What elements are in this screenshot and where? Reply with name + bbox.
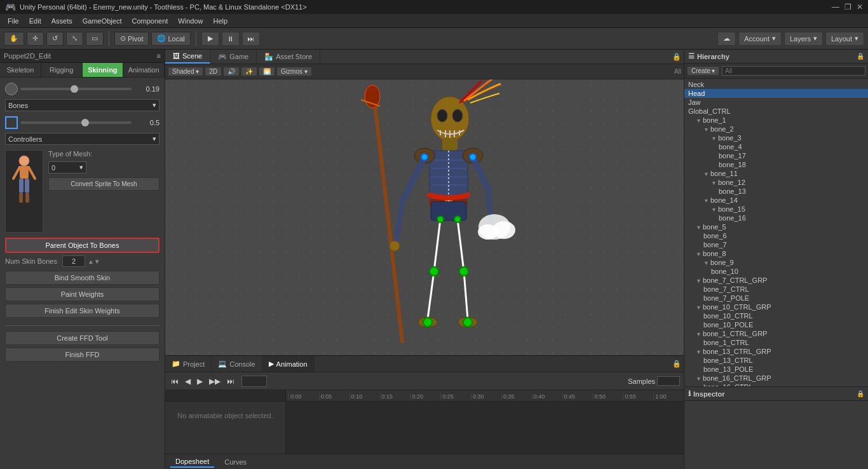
hand-tool-btn[interactable]: ✋ [4, 32, 24, 46]
menu-component[interactable]: Component [126, 16, 173, 26]
list-item[interactable]: ▼bone_15 [684, 205, 868, 214]
hierarchy-lock-icon[interactable]: 🔒 [857, 53, 864, 60]
minimize-btn[interactable]: — [832, 3, 839, 11]
anim-prev-frame-btn[interactable]: ◀ [183, 377, 193, 386]
pivot-btn[interactable]: ⊙ Pivot [114, 32, 149, 46]
list-item[interactable]: ▼bone_13_CTRL_GRP [684, 347, 868, 356]
hierarchy-search[interactable] [722, 66, 865, 76]
scene-tab-assetstore[interactable]: 🏪 Asset Store [257, 50, 320, 64]
inspector-lock-icon[interactable]: 🔒 [857, 390, 864, 397]
account-dropdown[interactable]: Account ▾ [738, 32, 782, 46]
menu-help[interactable]: Help [208, 16, 233, 26]
tab-console[interactable]: 💻 Console [212, 356, 262, 372]
list-item[interactable]: ▼bone_10_CTRL_GRP [684, 302, 868, 311]
create-ffd-btn[interactable]: Create FFD Tool [5, 331, 159, 345]
list-item[interactable]: bone_17 [684, 151, 868, 160]
frame-input[interactable]: 120 [241, 376, 267, 387]
parent-object-btn[interactable]: Parent Object To Bones [5, 238, 159, 253]
tab-skinning[interactable]: Skinning [83, 63, 124, 77]
samples-input[interactable]: 60 [657, 376, 680, 386]
paint-weights-btn[interactable]: Paint Weights [5, 287, 159, 301]
list-item[interactable]: ▼bone_1_CTRL_GRP [684, 329, 868, 338]
local-btn[interactable]: 🌐 Local [151, 32, 190, 46]
pause-btn[interactable]: ⏸ [222, 32, 240, 46]
list-item-head[interactable]: Head [684, 89, 868, 98]
rotate-tool-btn[interactable]: ↺ [46, 32, 64, 46]
anim-to-start-btn[interactable]: ⏮ [169, 377, 180, 386]
tab-skeleton[interactable]: Skeleton [0, 63, 41, 77]
menu-window[interactable]: Window [173, 16, 208, 26]
title-bar-controls[interactable]: — ❐ ✕ [832, 3, 863, 11]
list-item[interactable]: bone_13 [684, 187, 868, 196]
list-item[interactable]: bone_10_CTRL [684, 311, 868, 320]
list-item[interactable]: bone_16 [684, 214, 868, 222]
list-item[interactable]: Global_CTRL [684, 107, 868, 116]
tab-animation[interactable]: ▶ Animation [262, 356, 315, 372]
list-item[interactable]: bone_7 [684, 240, 868, 249]
scene-tab-scene[interactable]: 🖼 Scene [165, 50, 210, 64]
list-item[interactable]: bone_10 [684, 267, 868, 276]
timeline-tracks[interactable]: 0:00 0:05 0:10 0:15 0:20 0:25 0:30 0:35 … [286, 390, 684, 454]
tab-animation[interactable]: Animation [123, 63, 165, 77]
rect-tool-btn[interactable]: ▭ [86, 32, 104, 46]
anim-play-btn[interactable]: ▶ [195, 377, 205, 386]
slider1-track[interactable] [20, 88, 132, 90]
step-btn[interactable]: ⏭ [242, 32, 260, 46]
list-item[interactable]: bone_4 [684, 142, 868, 151]
play-btn[interactable]: ▶ [201, 32, 219, 46]
scene-lock-icon[interactable]: 🔒 [672, 50, 684, 64]
tab-rigging[interactable]: Rigging [41, 63, 83, 77]
menu-assets[interactable]: Assets [46, 16, 78, 26]
list-item[interactable]: bone_18 [684, 160, 868, 169]
num-skin-bones-input[interactable] [62, 255, 85, 267]
list-item[interactable]: ▼bone_14 [684, 196, 868, 205]
cloud-btn[interactable]: ☁ [717, 32, 736, 46]
list-item[interactable]: ▼bone_3 [684, 133, 868, 142]
layers-dropdown[interactable]: Layers ▾ [784, 32, 823, 46]
bind-smooth-btn[interactable]: Bind Smooth Skin [5, 271, 159, 285]
list-item[interactable]: ▼bone_8 [684, 249, 868, 258]
slider2-thumb[interactable] [81, 119, 89, 126]
anim-to-end-btn[interactable]: ⏭ [225, 377, 236, 386]
list-item[interactable]: bone_13_POLE [684, 365, 868, 374]
fx-btn[interactable]: ✨ [241, 67, 257, 76]
hierarchy-create-btn[interactable]: Create ▾ [687, 66, 719, 76]
dopesheet-tab[interactable]: Dopesheet [170, 456, 214, 468]
maximize-btn[interactable]: ❐ [844, 3, 851, 11]
gizmos-btn[interactable]: Gizmos ▾ [276, 67, 312, 76]
finish-edit-btn[interactable]: Finish Edit Skin Weights [5, 304, 159, 318]
list-item[interactable]: bone_13_CTRL [684, 356, 868, 365]
convert-sprite-btn[interactable]: Convert Sprite To Mesh [48, 177, 159, 191]
anim-panel-lock[interactable]: 🔒 [672, 356, 684, 372]
list-item[interactable]: ▼bone_1 [684, 116, 868, 125]
curves-tab[interactable]: Curves [219, 457, 252, 467]
list-item[interactable]: bone_1_CTRL [684, 338, 868, 347]
list-item[interactable]: ▼bone_5 [684, 222, 868, 231]
layout-dropdown[interactable]: Layout ▾ [825, 32, 864, 46]
list-item[interactable]: Neck [684, 80, 868, 89]
tab-project[interactable]: 📁 Project [165, 356, 212, 372]
menu-gameobject[interactable]: GameObject [78, 16, 127, 26]
list-item[interactable]: ▼bone_2 [684, 125, 868, 133]
list-item[interactable]: Jaw [684, 98, 868, 107]
slider1-thumb[interactable] [71, 85, 78, 93]
list-item[interactable]: ▼bone_7_CTRL_GRP [684, 276, 868, 285]
type-mesh-dropdown[interactable]: 0 ▾ [48, 161, 86, 173]
scene-canvas[interactable] [165, 79, 684, 355]
panel-collapse-icon[interactable]: ≡ [157, 52, 161, 60]
list-item[interactable]: bone_6 [684, 231, 868, 240]
list-item[interactable]: bone_10_POLE [684, 320, 868, 329]
list-item[interactable]: bone_7_POLE [684, 294, 868, 302]
2d-btn[interactable]: 2D [205, 67, 222, 76]
slider2-track[interactable] [20, 121, 132, 124]
list-item[interactable]: bone_7_CTRL [684, 285, 868, 294]
scene-tab-game[interactable]: 🎮 Game [210, 50, 257, 64]
move-tool-btn[interactable]: ✛ [27, 32, 44, 46]
scale-tool-btn[interactable]: ⤡ [66, 32, 83, 46]
list-item[interactable]: ▼bone_9 [684, 258, 868, 267]
bones-dropdown[interactable]: Bones ▾ [5, 99, 159, 111]
audio-btn[interactable]: 🔊 [223, 67, 240, 76]
menu-edit[interactable]: Edit [24, 16, 46, 26]
list-item[interactable]: ▼bone_12 [684, 178, 868, 187]
finish-ffd-btn[interactable]: Finish FFD [5, 348, 159, 362]
